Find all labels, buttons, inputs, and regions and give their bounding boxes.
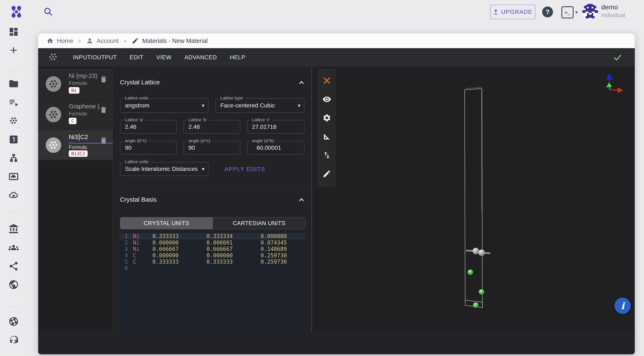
material-item-ni[interactable]: Ni (mp-23) Formula: Ni xyxy=(38,69,112,99)
sidebar-item-bank-icon[interactable] xyxy=(8,224,19,234)
breadcrumb-home[interactable]: Home xyxy=(46,37,73,44)
basis-row[interactable]: 6 xyxy=(120,265,306,272)
search-icon[interactable] xyxy=(43,7,53,16)
info-glyph: i xyxy=(621,301,624,311)
structure-viewer[interactable]: i xyxy=(312,67,635,332)
angle-bc-field[interactable]: angle (b^c) 90 xyxy=(120,141,177,155)
sidebar-item-add-icon[interactable] xyxy=(8,45,19,55)
swap-axes-icon[interactable] xyxy=(322,151,331,160)
collapse-lattice-icon[interactable] xyxy=(297,78,306,87)
material-item-graphene[interactable]: Graphene (... Formula: C xyxy=(38,99,112,129)
sidebar-item-support-wheel-icon[interactable] xyxy=(8,316,19,327)
basis-code-editor[interactable]: 1Ni0.3333330.3333340.000000 2Ni0.0000000… xyxy=(120,232,306,332)
chevron-down-icon: ▾ xyxy=(202,103,204,109)
editor-footer xyxy=(38,332,635,354)
angle-ac-field[interactable]: angle (a^c) 90 xyxy=(184,141,240,155)
breadcrumb-current: Materials - New Material xyxy=(132,37,208,44)
material-title: Graphene (... xyxy=(69,103,104,110)
brand-logo-icon[interactable] xyxy=(10,6,22,17)
basis-row[interactable]: 2Ni0.0000000.0000010.074345 xyxy=(120,240,306,246)
viewer-toolbar xyxy=(318,69,336,187)
collapse-basis-icon[interactable] xyxy=(297,195,306,204)
material-item-ni3c2-selected[interactable]: Ni3C2 Formula: Ni3C2 xyxy=(38,130,112,160)
measure-ruler-icon[interactable] xyxy=(322,132,331,141)
apply-edits-button[interactable]: APPLY EDITS xyxy=(205,166,285,173)
lattice-type-select[interactable]: Lattice type Face-centered Cubic ▾ xyxy=(216,98,304,113)
visibility-eye-icon[interactable] xyxy=(322,95,331,104)
atom-c-green[interactable] xyxy=(479,289,484,295)
lattice-units-select[interactable]: Lattice units angstrom ▾ xyxy=(120,98,208,113)
help-glyph: ? xyxy=(546,8,550,16)
sidebar-item-hierarchy-icon[interactable] xyxy=(8,153,19,163)
angle-bc-label: angle (b^c) xyxy=(123,138,148,143)
material-name-text: C2 xyxy=(80,134,88,141)
app-root: UPGRADE ? >_ ▾ demo Individual xyxy=(0,0,644,356)
chevron-down-icon: ▾ xyxy=(202,166,204,172)
sidebar-item-dashboard-icon[interactable] xyxy=(8,27,19,37)
sidebar-item-media-icon[interactable] xyxy=(8,171,19,182)
lattice-c-label: Lattice 'c' xyxy=(250,117,272,122)
material-formula-chip: C xyxy=(69,118,76,124)
user-plan: Individual xyxy=(601,12,625,19)
help-button[interactable]: ? xyxy=(542,6,553,17)
lattice-c-field[interactable]: Lattice 'c' 27.01716 xyxy=(247,120,304,134)
atom-ni-gray[interactable] xyxy=(478,249,485,256)
chevron-down-icon: ▾ xyxy=(575,10,578,15)
info-button[interactable]: i xyxy=(614,298,631,314)
material-formula-chip: Ni3C2 xyxy=(69,150,88,157)
delete-material-icon[interactable] xyxy=(100,137,108,145)
lattice-type-label: Lattice type xyxy=(219,96,244,101)
lattice-b-field[interactable]: Lattice 'b' 2.46 xyxy=(184,120,240,134)
material-name-input[interactable]: Ni3C2 xyxy=(69,134,88,141)
sidebar-item-materials-icon[interactable] xyxy=(8,116,19,126)
upgrade-button[interactable]: UPGRADE xyxy=(490,4,536,19)
sidebar-item-workflows-icon[interactable] xyxy=(8,134,19,145)
tab-crystal-units[interactable]: CRYSTAL UNITS xyxy=(120,217,213,229)
menu-edit[interactable]: EDIT xyxy=(130,54,144,61)
menu-view[interactable]: VIEW xyxy=(156,54,172,61)
edit-pencil-icon[interactable] xyxy=(322,170,331,178)
delete-material-icon[interactable] xyxy=(100,106,108,114)
material-formula-label: Formula: xyxy=(69,80,88,86)
section-divider xyxy=(113,187,312,187)
save-check-icon[interactable] xyxy=(613,53,622,62)
sidebar-item-share-icon[interactable] xyxy=(8,261,19,271)
breadcrumb-account-label: Account xyxy=(97,37,119,44)
sidebar-item-projects-icon[interactable] xyxy=(8,79,19,89)
atom-c-green[interactable] xyxy=(473,302,478,308)
basis-row[interactable]: 3Ni0.6666670.6666670.148689 xyxy=(120,246,306,252)
sidebar-item-headset-icon[interactable] xyxy=(8,335,19,345)
tab-cartesian-units[interactable]: CARTESIAN UNITS xyxy=(213,217,306,229)
user-name: demo xyxy=(601,3,618,11)
settings-gear-icon[interactable] xyxy=(322,114,331,122)
lattice-a-field[interactable]: Lattice 'a' 2.46 xyxy=(120,120,177,134)
material-thumbnail xyxy=(46,107,61,122)
chevron-down-icon: ▾ xyxy=(298,103,300,109)
material-thumbnail xyxy=(46,137,61,153)
basis-row[interactable]: 4C0.0000000.0000000.259730 xyxy=(120,252,306,259)
atom-ni-gray[interactable] xyxy=(472,248,479,254)
breadcrumb-account[interactable]: Account xyxy=(86,37,119,44)
menu-advanced[interactable]: ADVANCED xyxy=(184,54,217,61)
menu-input-output[interactable]: INPUT/OUTPUT xyxy=(73,54,117,61)
close-viewer-icon[interactable] xyxy=(322,76,331,85)
sidebar-item-cloud-upload-icon[interactable] xyxy=(8,190,19,201)
basis-row[interactable]: 5C0.3333330.3333330.259730 xyxy=(120,259,306,265)
material-editor-panel: Crystal Lattice Lattice units angstrom ▾… xyxy=(113,67,312,332)
person-icon xyxy=(86,37,93,44)
menu-help[interactable]: HELP xyxy=(230,54,245,61)
sidebar-item-jobs-icon[interactable] xyxy=(8,97,19,108)
atom-c-green[interactable] xyxy=(468,270,473,275)
angle-ab-field[interactable]: angle (a^b) 60.00001 xyxy=(247,141,304,155)
breadcrumb-separator: › xyxy=(78,37,81,44)
basis-row[interactable]: 1Ni0.3333330.3333340.000000 xyxy=(120,233,306,240)
sidebar-item-globe-icon[interactable] xyxy=(8,279,19,290)
lattice-type-value: Face-centered Cubic xyxy=(220,102,275,109)
axes-gizmo xyxy=(606,74,623,93)
console-menu-button[interactable]: >_ ▾ xyxy=(562,6,578,18)
sidebar-item-people-icon[interactable] xyxy=(8,242,19,253)
editor-menubar: INPUT/OUTPUT EDIT VIEW ADVANCED HELP xyxy=(38,48,635,67)
scale-units-select[interactable]: Lattice units Scale Interatomic Distance… xyxy=(120,162,208,176)
user-avatar[interactable] xyxy=(582,4,598,19)
delete-material-icon[interactable] xyxy=(100,75,108,83)
